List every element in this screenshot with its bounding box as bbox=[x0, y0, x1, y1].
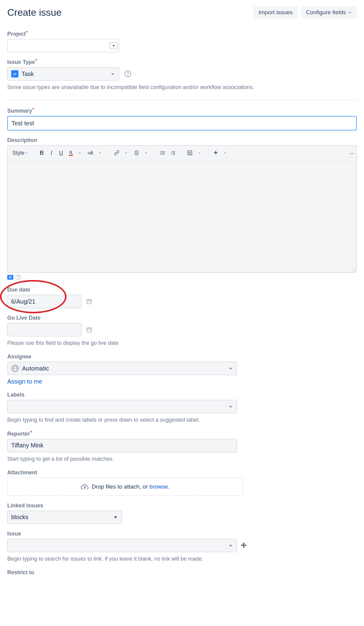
clear-format-button[interactable]: aA bbox=[86, 148, 95, 158]
emoji-button[interactable] bbox=[185, 148, 194, 158]
assignee-value: Automatic bbox=[22, 365, 49, 372]
underline-button[interactable]: U bbox=[57, 148, 65, 158]
restrict-to-label: Restrict to bbox=[7, 569, 34, 576]
resize-handle-icon[interactable] bbox=[352, 268, 356, 272]
svg-point-16 bbox=[189, 152, 190, 153]
labels-hint: Begin typing to find and create labels o… bbox=[7, 416, 357, 424]
issue-select[interactable] bbox=[7, 539, 237, 552]
chevron-down-icon bbox=[113, 515, 118, 520]
help-icon[interactable]: ? bbox=[125, 71, 131, 77]
issue-type-hint: Some issue types are unavailable due to … bbox=[7, 84, 357, 91]
project-label: Project bbox=[7, 31, 27, 37]
calendar-icon[interactable] bbox=[86, 298, 92, 305]
due-date-label: Due date bbox=[7, 287, 30, 293]
help-icon[interactable]: ? bbox=[16, 275, 21, 280]
avatar-icon bbox=[11, 364, 19, 372]
project-dropdown-arrow[interactable] bbox=[110, 42, 118, 49]
assignee-label: Assignee bbox=[7, 354, 31, 360]
issue-type-select[interactable]: Task bbox=[7, 67, 119, 81]
style-label: Style bbox=[12, 150, 24, 156]
svg-point-3 bbox=[161, 151, 161, 152]
svg-marker-33 bbox=[114, 516, 117, 519]
summary-label: Summary bbox=[7, 108, 34, 114]
assign-to-me-link[interactable]: Assign to me bbox=[7, 378, 42, 385]
description-editor: Style B I U A aA 123 bbox=[7, 145, 357, 273]
attachment-label: Attachment bbox=[7, 470, 37, 476]
bold-button[interactable]: B bbox=[37, 148, 46, 158]
go-live-hint: Please use this field to display the go … bbox=[7, 339, 357, 347]
bullet-list-button[interactable] bbox=[158, 148, 167, 158]
svg-line-18 bbox=[353, 269, 356, 272]
description-textarea[interactable] bbox=[8, 160, 356, 272]
issue-hint: Begin typing to search for issues to lin… bbox=[7, 555, 357, 563]
due-date-input[interactable]: 6/Aug/21 bbox=[7, 295, 81, 308]
chevron-down-icon bbox=[348, 10, 352, 15]
text-color-caret[interactable] bbox=[76, 148, 85, 158]
dropzone-period: . bbox=[168, 483, 170, 490]
attachment-dropzone[interactable]: Drop files to attach, or browse. bbox=[7, 478, 243, 496]
due-date-value: 6/Aug/21 bbox=[11, 298, 35, 305]
more-button[interactable]: + bbox=[212, 148, 220, 158]
svg-point-31 bbox=[14, 367, 16, 368]
svg-point-5 bbox=[161, 153, 161, 153]
reporter-label: Reporter bbox=[7, 431, 31, 437]
italic-button[interactable]: I bbox=[47, 148, 56, 158]
collapse-toolbar-icon[interactable]: ︽ bbox=[350, 150, 353, 156]
project-select[interactable] bbox=[7, 39, 119, 52]
toolbar-separator bbox=[34, 149, 34, 157]
linked-issues-label: Linked Issues bbox=[7, 502, 43, 509]
issue-type-label: Issue Type bbox=[7, 59, 37, 65]
go-live-date-label: Go Live Date bbox=[7, 315, 41, 321]
svg-text:3: 3 bbox=[171, 153, 172, 155]
chevron-down-icon bbox=[228, 366, 233, 371]
svg-marker-0 bbox=[112, 45, 115, 47]
description-label: Description bbox=[7, 137, 37, 143]
reporter-value: Tiffany Mink bbox=[11, 442, 44, 449]
chevron-down-icon bbox=[110, 71, 115, 76]
linked-issues-select[interactable]: blocks bbox=[7, 511, 122, 524]
divider bbox=[7, 100, 357, 100]
summary-input[interactable] bbox=[7, 116, 357, 130]
style-dropdown[interactable]: Style bbox=[11, 148, 30, 158]
reporter-hint: Start typing to get a list of possible m… bbox=[7, 455, 357, 463]
more-caret[interactable] bbox=[221, 148, 230, 158]
labels-select[interactable] bbox=[7, 400, 237, 413]
numbered-list-button[interactable]: 123 bbox=[169, 148, 178, 158]
link-caret[interactable] bbox=[122, 148, 131, 158]
link-button[interactable] bbox=[112, 148, 121, 158]
svg-line-19 bbox=[354, 270, 356, 272]
toolbar-separator bbox=[208, 149, 208, 157]
import-issues-button[interactable]: Import issues bbox=[254, 6, 297, 19]
chevron-down-icon bbox=[228, 404, 233, 409]
svg-point-17 bbox=[190, 152, 191, 153]
upload-icon bbox=[81, 483, 89, 491]
svg-rect-27 bbox=[87, 328, 92, 332]
calendar-icon[interactable] bbox=[86, 327, 92, 333]
emoji-caret[interactable] bbox=[196, 148, 204, 158]
assignee-select[interactable]: Automatic bbox=[7, 362, 237, 375]
text-color-button[interactable]: A bbox=[67, 148, 75, 158]
chevron-down-icon bbox=[25, 151, 28, 154]
import-issues-label: Import issues bbox=[258, 9, 293, 16]
dropzone-text: Drop files to attach, or bbox=[92, 483, 149, 490]
svg-rect-15 bbox=[188, 151, 192, 155]
browse-link[interactable]: browse bbox=[149, 483, 168, 490]
toolbar-separator bbox=[181, 149, 182, 157]
go-live-date-input[interactable] bbox=[7, 323, 81, 336]
attachment-caret[interactable] bbox=[142, 148, 151, 158]
clear-format-caret[interactable] bbox=[96, 148, 105, 158]
page-title: Create issue bbox=[7, 7, 62, 18]
editor-toolbar: Style B I U A aA 123 bbox=[8, 146, 356, 160]
svg-point-7 bbox=[161, 154, 161, 155]
chevron-down-icon bbox=[112, 44, 115, 48]
issue-type-value: Task bbox=[21, 71, 34, 77]
visual-tab-icon[interactable] bbox=[7, 275, 13, 280]
task-type-icon bbox=[11, 70, 18, 77]
attachment-button[interactable] bbox=[132, 148, 141, 158]
issue-label: Issue bbox=[7, 531, 21, 537]
svg-rect-23 bbox=[87, 300, 92, 304]
add-issue-button[interactable]: ✚ bbox=[241, 541, 247, 550]
configure-fields-label: Configure fields bbox=[306, 9, 346, 16]
configure-fields-button[interactable]: Configure fields bbox=[301, 6, 357, 19]
reporter-input[interactable]: Tiffany Mink bbox=[7, 439, 237, 452]
